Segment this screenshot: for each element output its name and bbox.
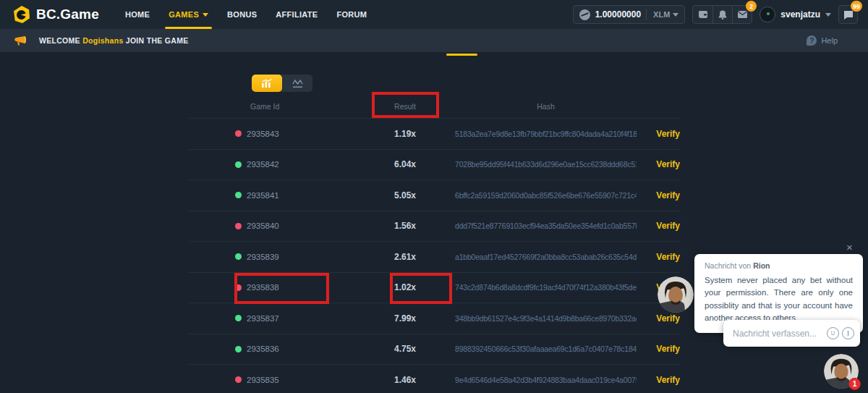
announcement-username: Dogishans — [82, 36, 123, 45]
tab-indicator — [446, 54, 477, 56]
wallet-icon — [698, 10, 708, 19]
hash-value: 6bffc2a59159d2060d0abc85f526e6be676e5590… — [452, 191, 637, 200]
column-header-hash: Hash — [452, 102, 637, 111]
announcement-bar: WELCOME Dogishans JOIN THE GAME ? Help — [0, 29, 868, 52]
result-multiplier: 7.99x — [358, 313, 452, 324]
user-menu[interactable]: svenjatzu — [760, 7, 831, 22]
table-row: 2935837 7.99x 348bb9db61527e4c9f3e4a1414… — [188, 303, 680, 334]
hash-value: ddd7f521e87769103ecf94ea35da50ee354efd1c… — [452, 221, 637, 230]
nav-forum[interactable]: FORUM — [327, 0, 376, 29]
verify-link[interactable]: Verify — [637, 221, 680, 231]
nav-affiliate[interactable]: AFFILIATE — [266, 0, 327, 29]
emoji-icon[interactable] — [827, 327, 839, 339]
header-icon-group: 2 — [692, 5, 752, 24]
mail-badge: 2 — [746, 1, 757, 12]
chat-message-input[interactable] — [733, 329, 824, 339]
hash-value: a1bb0eaaf17ed4527669f2a0bba8cc53abab26c6… — [452, 253, 637, 261]
chat-sender-avatar — [658, 276, 694, 313]
view-toggle — [252, 75, 312, 92]
attachment-icon[interactable] — [842, 327, 854, 339]
user-avatar — [760, 7, 775, 22]
result-multiplier: 1.19x — [358, 129, 452, 139]
annotation-box-result-header — [372, 92, 439, 118]
main-nav: HOME GAMES BONUS AFFILIATE FORUM — [116, 0, 376, 29]
megaphone-icon — [14, 35, 27, 46]
bar-chart-view-button[interactable] — [252, 75, 282, 92]
result-status-dot — [235, 253, 242, 260]
help-icon: ? — [807, 35, 817, 46]
result-multiplier: 1.46x — [358, 375, 452, 385]
bell-icon — [718, 10, 727, 20]
game-id-value: 2935841 — [247, 191, 279, 200]
chat-launcher-avatar[interactable]: 1 — [824, 354, 859, 389]
verify-link[interactable]: Verify — [637, 190, 680, 200]
wallet-button[interactable] — [693, 6, 712, 23]
brand-name: BC.Game — [36, 7, 99, 22]
game-id-value: 2935837 — [247, 314, 279, 323]
hash-value: 7028be95dd95f441b633d6d296e0ae15cc6238dd… — [452, 160, 637, 169]
annotation-box-game-id-2935838 — [234, 273, 329, 304]
game-id-value: 2935843 — [247, 130, 279, 138]
result-status-dot — [235, 346, 242, 352]
annotation-box-result-1-02x — [390, 273, 452, 304]
chat-bubble-icon — [843, 10, 854, 20]
chat-sender-name: Rion — [753, 261, 770, 270]
messages-button[interactable]: 2 — [732, 6, 752, 23]
xlm-coin-icon — [579, 9, 590, 20]
verify-link[interactable]: Verify — [637, 159, 680, 169]
result-multiplier: 1.56x — [358, 221, 452, 231]
balance-selector[interactable]: 1.00000000 XLM — [573, 5, 686, 24]
game-id-value: 2935836 — [247, 345, 279, 353]
nav-bonus[interactable]: BONUS — [218, 0, 266, 29]
chat-from-label: Nachricht von Rion — [705, 261, 853, 270]
hash-value: 348bb9db61527e4c9f3e4a1414d9b8ba66ce8970… — [452, 314, 637, 323]
result-multiplier: 5.05x — [358, 190, 452, 200]
verify-link[interactable]: Verify — [637, 252, 680, 262]
chat-close-icon[interactable]: × — [846, 242, 853, 253]
table-row: 2935842 6.04x 7028be95dd95f441b633d6d296… — [188, 149, 680, 180]
trend-view-button[interactable] — [282, 75, 312, 92]
table-row: 2935839 2.61x a1bb0eaaf17ed4527669f2a0bb… — [188, 241, 680, 272]
balance-amount: 1.00000000 — [595, 9, 641, 20]
chevron-down-icon — [825, 13, 831, 17]
result-status-dot — [235, 315, 242, 321]
result-status-dot — [235, 376, 242, 383]
chevron-down-icon — [203, 13, 208, 17]
game-history-table: Game Id Result Hash 2935843 1.19x 5183a2… — [188, 94, 680, 393]
result-multiplier: 2.61x — [358, 252, 452, 262]
result-status-dot — [235, 223, 242, 229]
chat-badge: 99 — [851, 1, 862, 12]
result-status-dot — [235, 192, 242, 198]
game-id-value: 2935840 — [247, 221, 279, 230]
hash-value: 5183a2ea7e9d8e13fb79bbf21bc9ffc804dada4a… — [452, 130, 637, 138]
bar-chart-icon — [261, 79, 273, 88]
brand-logo[interactable]: BC.Game — [0, 6, 116, 23]
game-id-value: 2935835 — [247, 376, 279, 384]
verify-link[interactable]: Verify — [637, 313, 680, 324]
chat-unread-badge: 1 — [848, 378, 861, 390]
hash-value: 743c2d874b6d8a8dcdf9fc19acf4d70f74f12a38… — [452, 283, 637, 292]
table-row: 2935840 1.56x ddd7f521e87769103ecf94ea35… — [188, 211, 680, 242]
result-multiplier: 4.75x — [358, 344, 452, 354]
game-id-value: 2935839 — [247, 253, 279, 261]
help-button[interactable]: ? Help — [807, 35, 838, 46]
chat-toggle-button[interactable]: 99 — [838, 5, 858, 24]
result-multiplier: 6.04x — [358, 159, 452, 169]
game-id-value: 2935842 — [247, 160, 279, 169]
mail-icon — [738, 11, 747, 18]
nav-home[interactable]: HOME — [116, 0, 159, 29]
column-header-game-id: Game Id — [188, 102, 358, 111]
table-row: 2935843 1.19x 5183a2ea7e9d8e13fb79bbf21b… — [188, 118, 680, 149]
verify-link[interactable]: Verify — [637, 129, 680, 139]
announcement-text: WELCOME Dogishans JOIN THE GAME — [39, 36, 189, 45]
chat-input-bar — [723, 320, 860, 347]
currency-dropdown[interactable]: XLM — [646, 9, 678, 20]
chevron-down-icon — [673, 13, 678, 17]
nav-games[interactable]: GAMES — [159, 0, 218, 29]
notifications-button[interactable] — [712, 6, 732, 23]
table-row: 2935835 1.46x 9e4d6546d4e58a42d3b4f92488… — [188, 364, 680, 393]
username: svenjatzu — [780, 9, 820, 20]
hash-value: 9e4d6546d4e58a42d3b4f924883baa4daac019ce… — [452, 376, 637, 384]
verify-link[interactable]: Verify — [637, 344, 680, 354]
verify-link[interactable]: Verify — [637, 375, 680, 385]
